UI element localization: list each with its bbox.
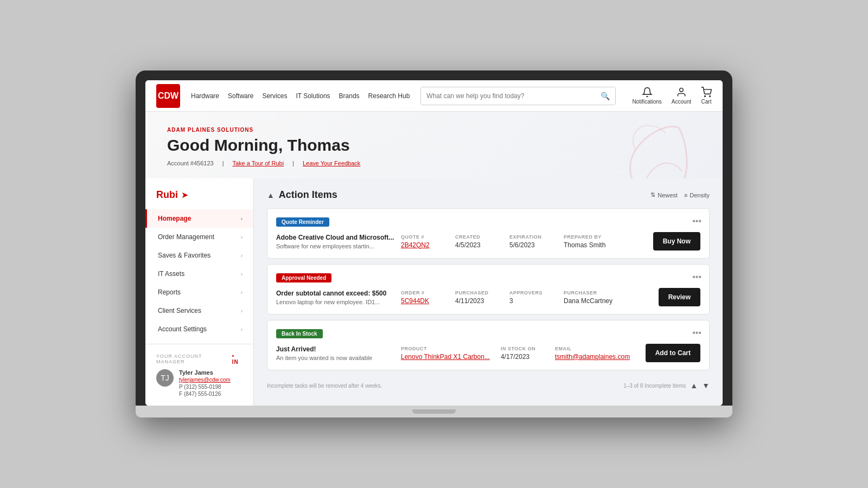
- density-button[interactable]: ≡ Density: [684, 192, 710, 198]
- sidebar-item-saves-favorites[interactable]: Saves & Favorites ›: [145, 246, 253, 265]
- sidebar-item-homepage[interactable]: Homepage ›: [145, 209, 253, 228]
- card-row: Just Arrived! An item you wanted is now …: [276, 344, 700, 362]
- search-input[interactable]: [426, 92, 601, 100]
- page-up-button[interactable]: ▲: [690, 381, 698, 390]
- sort-newest-button[interactable]: ⇅ Newest: [650, 191, 678, 198]
- svg-point-1: [705, 96, 706, 97]
- separator: |: [222, 160, 224, 166]
- cart-button[interactable]: Cart: [701, 87, 712, 105]
- hero-section: ADAM PLAINES SOLUTIONS Good Morning, Tho…: [145, 112, 723, 178]
- in-stock-on-field: IN STOCK ON 4/17/2023: [501, 346, 544, 361]
- nav-research-hub[interactable]: Research Hub: [368, 92, 410, 100]
- am-name: Tyler James: [179, 369, 231, 376]
- sidebar-item-order-management[interactable]: Order Management ›: [145, 228, 253, 246]
- approval-needed-badge: Approval Needed: [276, 273, 331, 282]
- buy-now-button[interactable]: Buy Now: [653, 232, 700, 251]
- laptop-notch: [412, 409, 456, 414]
- chevron-right-icon: ›: [241, 271, 242, 277]
- back-in-stock-badge: Back In Stock: [276, 329, 323, 338]
- sidebar-item-client-services[interactable]: Client Services ›: [145, 301, 253, 320]
- chevron-right-icon: ›: [241, 308, 242, 314]
- approvers-field: APPROVERS 3: [509, 290, 553, 305]
- nav-brands[interactable]: Brands: [339, 92, 360, 100]
- rubi-logo-text: Rubi: [156, 189, 178, 201]
- product-field: PRODUCT Lenovo ThinkPad X1 Carbon...: [401, 346, 490, 361]
- sidebar-item-reports[interactable]: Reports ›: [145, 283, 253, 301]
- card-menu-button[interactable]: •••: [692, 328, 701, 338]
- sort-icon: ⇅: [650, 191, 655, 198]
- sidebar-item-account-settings[interactable]: Account Settings ›: [145, 320, 253, 338]
- card-description: Order subtotal cannot exceed: $500 Lenov…: [276, 290, 395, 305]
- sidebar-logo: Rubi ➤: [145, 189, 253, 209]
- chevron-right-icon: ›: [241, 326, 242, 332]
- card-title: Just Arrived!: [276, 345, 395, 353]
- product-link[interactable]: Lenovo ThinkPad X1 Carbon...: [401, 353, 490, 361]
- nav-it-solutions[interactable]: IT Solutions: [296, 92, 330, 100]
- chevron-right-icon: ›: [241, 253, 242, 259]
- am-phone-p: P (312) 555-0198: [179, 384, 231, 390]
- card-title: Adobe Creative Cloud and Microsoft...: [276, 234, 395, 241]
- account-number: Account #456123: [167, 160, 214, 166]
- sidebar-nav: Homepage › Order Management › Saves & Fa…: [145, 209, 253, 338]
- laptop-base: [136, 406, 732, 418]
- card-subtitle: Lenovo laptop for new employee. ID1...: [276, 299, 395, 305]
- nav-services[interactable]: Services: [262, 92, 287, 100]
- svg-point-2: [710, 96, 711, 97]
- pagination-text: 1–3 of 8 Incomplete Items: [623, 383, 686, 389]
- am-details: Tyler James tylerjames@cdw.com P (312) 5…: [179, 369, 231, 397]
- order-number-link[interactable]: 5C944DK: [401, 297, 444, 305]
- page-down-button[interactable]: ▼: [702, 381, 710, 390]
- account-button[interactable]: Account: [672, 87, 691, 105]
- feedback-link[interactable]: Leave Your Feedback: [303, 160, 360, 166]
- cdw-logo[interactable]: CDW: [156, 84, 180, 108]
- quote-reminder-card: ••• Quote Reminder Adobe Creative Cloud …: [267, 208, 710, 259]
- created-field: CREATED 4/5/2023: [455, 234, 499, 249]
- pagination-controls: 1–3 of 8 Incomplete Items ▲ ▼: [623, 381, 710, 390]
- tour-link[interactable]: Take a Tour of Rubi: [233, 160, 284, 166]
- quote-number-link[interactable]: 2B42QN2: [401, 241, 444, 249]
- sidebar: Rubi ➤ Homepage › Order Management › Sav…: [145, 178, 254, 406]
- content-area: ▲ Action Items ⇅ Newest ≡ Density: [254, 178, 723, 406]
- am-info: TJ Tyler James tylerjames@cdw.com P (312…: [156, 369, 242, 397]
- search-button[interactable]: 🔍: [601, 92, 610, 100]
- card-fields: QUOTE # 2B42QN2 CREATED 4/5/2023 EXPIRAT…: [401, 234, 648, 249]
- notifications-button[interactable]: Notifications: [632, 87, 661, 105]
- am-avatar: TJ: [156, 369, 174, 387]
- user-icon: [676, 87, 687, 98]
- nav-hardware[interactable]: Hardware: [191, 92, 219, 100]
- main-layout: Rubi ➤ Homepage › Order Management › Sav…: [145, 178, 723, 406]
- action-items-controls: ⇅ Newest ≡ Density: [650, 191, 710, 198]
- bell-icon: [642, 87, 653, 98]
- card-description: Just Arrived! An item you wanted is now …: [276, 345, 395, 361]
- footer-notice: Incomplete tasks will be removed after 4…: [267, 383, 382, 389]
- rubi-decoration: [603, 117, 690, 178]
- back-in-stock-card: ••• Back In Stock Just Arrived! An item …: [267, 320, 710, 370]
- purchaser-field: PURCHASER Dana McCartney: [564, 290, 612, 305]
- collapse-button[interactable]: ▲: [267, 191, 275, 200]
- card-row: Adobe Creative Cloud and Microsoft... So…: [276, 232, 700, 251]
- sidebar-item-it-assets[interactable]: IT Assets ›: [145, 265, 253, 283]
- density-icon: ≡: [684, 192, 687, 198]
- action-items-header: ▲ Action Items ⇅ Newest ≡ Density: [267, 189, 710, 201]
- header: CDW Hardware Software Services IT Soluti…: [145, 80, 723, 112]
- rubi-logo-arrow: ➤: [181, 190, 188, 200]
- card-description: Adobe Creative Cloud and Microsoft... So…: [276, 234, 395, 249]
- quote-reminder-badge: Quote Reminder: [276, 217, 329, 227]
- nav-software[interactable]: Software: [228, 92, 253, 100]
- cart-icon: [701, 87, 712, 98]
- card-fields: PRODUCT Lenovo ThinkPad X1 Carbon... IN …: [401, 346, 640, 361]
- am-label: YOUR ACCOUNT MANAGER • IN: [156, 353, 242, 365]
- approval-needed-card: ••• Approval Needed Order subtotal canno…: [267, 264, 710, 314]
- chevron-right-icon: ›: [241, 234, 242, 240]
- main-nav: Hardware Software Services IT Solutions …: [191, 92, 410, 100]
- svg-point-0: [680, 88, 684, 92]
- chevron-right-icon: ›: [241, 290, 242, 296]
- card-menu-button[interactable]: •••: [692, 272, 701, 282]
- review-button[interactable]: Review: [659, 288, 700, 306]
- add-to-cart-button[interactable]: Add to Cart: [646, 344, 700, 362]
- card-row: Order subtotal cannot exceed: $500 Lenov…: [276, 288, 700, 306]
- header-actions: Notifications Account Cart: [632, 87, 712, 105]
- email-link[interactable]: tsmith@adamplaines.com: [555, 353, 630, 361]
- card-menu-button[interactable]: •••: [692, 216, 701, 226]
- am-email-link[interactable]: tylerjames@cdw.com: [179, 377, 231, 383]
